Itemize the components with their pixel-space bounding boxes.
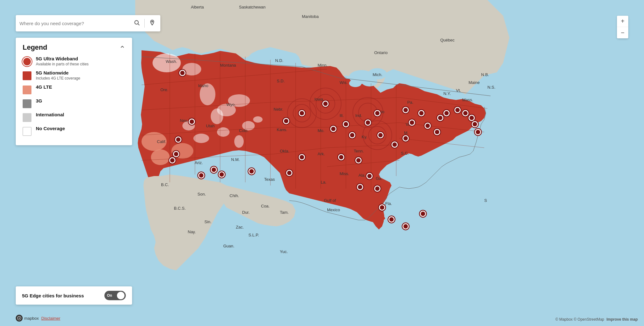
toggle-on-label: On	[107, 293, 112, 298]
mapbox-logo: mapbox	[16, 315, 39, 322]
map-container[interactable]: AlbertaSaskatchewanManitobaOntarioQuébec…	[0, 0, 644, 326]
legend-text-no-coverage: No Coverage	[36, 126, 65, 131]
legend-item-international: International	[23, 112, 125, 122]
svg-point-2	[153, 53, 181, 72]
disclaimer-link[interactable]: Disclaimer	[41, 316, 60, 321]
svg-point-4	[200, 83, 215, 105]
svg-point-9	[193, 134, 209, 143]
legend-text-4g-lte: 4G LTE	[36, 84, 52, 90]
search-divider	[144, 19, 145, 28]
location-icon	[149, 19, 155, 26]
zoom-in-button[interactable]: +	[617, 16, 628, 27]
svg-point-61	[19, 318, 20, 319]
3g-swatch	[23, 99, 31, 108]
svg-point-15	[151, 149, 170, 165]
legend-text-international: International	[36, 112, 64, 117]
svg-point-7	[228, 94, 250, 107]
legend-title: Legend	[23, 43, 47, 52]
attribution-text: © Mapbox © OpenStreetMap	[555, 317, 604, 322]
svg-point-11	[234, 135, 244, 148]
chevron-up-icon	[119, 44, 125, 50]
zoom-controls[interactable]: + −	[617, 16, 628, 38]
search-input[interactable]	[19, 21, 132, 26]
4g-lte-swatch	[23, 86, 31, 94]
legend-item-3g: 3G	[23, 98, 125, 108]
5g-nationwide-swatch	[23, 71, 31, 80]
5g-edge-label: 5G Edge cities for business	[22, 293, 84, 298]
svg-point-13	[253, 116, 263, 123]
toggle-knob	[117, 292, 125, 299]
svg-line-58	[138, 24, 139, 25]
footer: mapbox Disclaimer	[16, 315, 60, 322]
svg-point-57	[135, 20, 138, 24]
svg-point-59	[152, 21, 153, 22]
attribution: © Mapbox © OpenStreetMap Improve this ma…	[555, 317, 638, 322]
legend-text-5g-nationwide: 5G Nationwide Includes 4G LTE coverage	[36, 70, 80, 80]
svg-point-3	[182, 63, 201, 75]
legend-header: Legend	[23, 43, 125, 52]
5g-edge-toggle[interactable]: On	[104, 291, 126, 300]
search-icon	[134, 19, 140, 26]
legend-item-5g-ultra: 5G Ultra Wideband Available in parts of …	[23, 56, 125, 66]
5g-edge-panel: 5G Edge cities for business On	[16, 286, 132, 305]
5g-ultra-swatch	[23, 57, 31, 66]
zoom-out-button[interactable]: −	[617, 27, 628, 38]
legend-item-no-coverage: No Coverage	[23, 126, 125, 136]
search-icon-button[interactable]	[132, 18, 141, 29]
legend-text-3g: 3G	[36, 98, 42, 103]
search-bar[interactable]	[16, 15, 160, 31]
legend-panel: Legend 5G Ultra Wideband Available in pa…	[16, 38, 132, 145]
svg-point-10	[217, 127, 230, 137]
legend-item-5g-nationwide: 5G Nationwide Includes 4G LTE coverage	[23, 70, 125, 80]
no-coverage-swatch	[23, 127, 31, 136]
svg-point-20	[349, 80, 362, 87]
mapbox-icon	[16, 315, 23, 322]
international-swatch	[23, 113, 31, 122]
svg-point-16	[171, 143, 193, 159]
legend-text-5g-ultra: 5G Ultra Wideband Available in parts of …	[36, 56, 89, 66]
location-icon-button[interactable]	[148, 18, 157, 29]
legend-collapse-button[interactable]	[119, 44, 125, 51]
svg-point-8	[182, 121, 195, 130]
improve-map-link[interactable]: Improve this map	[607, 317, 638, 322]
mapbox-text: mapbox	[24, 316, 39, 321]
legend-item-4g-lte: 4G LTE	[23, 84, 125, 94]
